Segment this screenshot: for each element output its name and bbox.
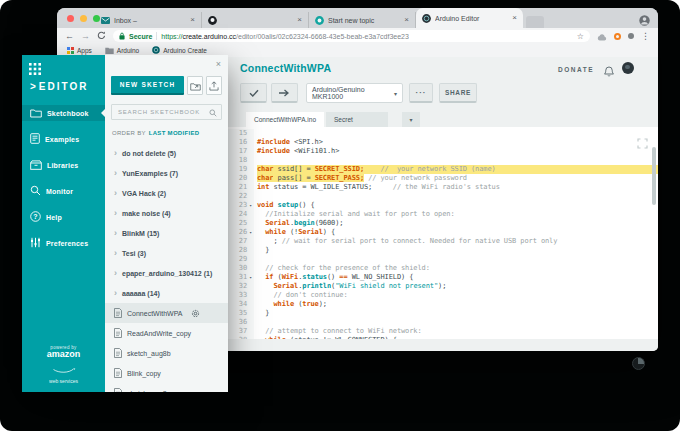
close-panel-icon[interactable]: × <box>216 60 221 69</box>
forward-icon[interactable]: → <box>81 32 90 41</box>
sidebar-item-examples[interactable]: Examples <box>22 131 105 147</box>
extension-cloud-icon[interactable] <box>597 27 607 45</box>
sketch-list-item[interactable]: ReadAndWrite_copy <box>105 323 228 343</box>
browser-tab[interactable]: Inbox –× <box>95 12 202 28</box>
sidebar-item-preferences[interactable]: Preferences <box>22 235 105 251</box>
code-line[interactable]: 19char ssid[] = SECRET_SSID; // your net… <box>228 165 658 174</box>
code-line[interactable]: 22 <box>228 192 658 201</box>
code-line[interactable]: 27 ; // wait for serial port to connect.… <box>228 237 658 246</box>
sketch-list-item[interactable]: ›aaaaaa (14) <box>105 283 228 303</box>
code-line[interactable]: 15 <box>228 129 658 138</box>
sketch-list-item[interactable]: ›YunExamples (7) <box>105 163 228 183</box>
sketch-file-icon <box>114 348 122 359</box>
browser-profile-icon[interactable] <box>639 12 650 30</box>
code-line[interactable]: 24 //Initialize serial and wait for port… <box>228 210 658 219</box>
upload-sketch-button[interactable] <box>206 76 222 95</box>
sketchbook-search[interactable] <box>111 104 222 120</box>
verify-button[interactable] <box>240 83 267 103</box>
sketch-list-item[interactable]: ›BlinkM (15) <box>105 223 228 243</box>
sketch-name: aaaaaa (14) <box>122 290 160 297</box>
code-line[interactable]: 36 <box>228 318 658 327</box>
bookmark-item[interactable]: Arduino <box>105 47 139 55</box>
code-line[interactable]: 31▾ if (WiFi.status() == WL_NO_SHIELD) { <box>228 273 658 282</box>
code-line[interactable]: 23▾void setup() { <box>228 201 658 210</box>
bookmark-item[interactable]: Arduino Create <box>152 46 207 55</box>
browser-tab[interactable]: × <box>202 12 309 28</box>
code-line[interactable]: 29 <box>228 255 658 264</box>
sketch-list-item[interactable]: ›epaper_arduino_130412 (1) <box>105 263 228 283</box>
extension-gray-icon[interactable] <box>628 33 634 39</box>
gear-icon[interactable] <box>191 309 200 318</box>
new-sketch-button[interactable]: NEW SKETCH <box>111 76 184 95</box>
code-line[interactable]: 26▾ while (!Serial) { <box>228 228 658 237</box>
more-options-button[interactable]: ··· <box>409 83 433 103</box>
tab-connectwithwpa-ino[interactable]: ConnectWithWPA.ino <box>246 112 324 127</box>
code-line[interactable]: 18 <box>228 156 658 165</box>
sketch-list-item[interactable]: ›VGA Hack (2) <box>105 183 228 203</box>
code-line[interactable]: 38 while (status != WL_CONNECTED) { <box>228 336 658 339</box>
sketch-list-item[interactable]: Blink_copy <box>105 363 228 383</box>
notifications-bell-icon[interactable] <box>604 63 614 81</box>
close-window-button[interactable] <box>67 15 74 22</box>
browser-tab[interactable]: Arduino Editor× <box>416 8 523 28</box>
share-button[interactable]: SHARE <box>439 83 477 103</box>
tab-close-icon[interactable]: × <box>190 16 195 24</box>
sketch-list-item[interactable]: ›Tesi (3) <box>105 243 228 263</box>
address-bar[interactable]: Secure https://create.arduino.cc/editor/… <box>113 30 590 42</box>
sketch-list-item[interactable]: ›make noise (4) <box>105 203 228 223</box>
tab-close-icon[interactable]: × <box>404 16 409 24</box>
code-line[interactable]: 17#include <WiFi101.h> <box>228 147 658 156</box>
sidebar-item-libraries[interactable]: Libraries <box>22 157 105 173</box>
browser-tab[interactable]: Start new topic× <box>309 12 416 28</box>
code-line[interactable]: 16#include <SPI.h> <box>228 138 658 147</box>
reload-icon[interactable] <box>97 31 106 42</box>
search-input[interactable] <box>116 108 209 116</box>
upload-button[interactable] <box>271 83 298 103</box>
fold-caret-icon: ▾ <box>247 273 254 282</box>
import-sketch-button[interactable] <box>187 76 203 95</box>
line-number: 18 <box>228 156 254 165</box>
minimize-window-button[interactable] <box>80 15 87 22</box>
code-line[interactable]: 28 } <box>228 246 658 255</box>
file-tabs-dropdown-button[interactable]: ▾ <box>402 112 420 127</box>
code-line[interactable]: 25 Serial.begin(9600); <box>228 219 658 228</box>
donate-link[interactable]: DONATE <box>558 66 594 73</box>
order-by-control[interactable]: ORDER BYLAST MODIFIED <box>112 130 199 136</box>
new-tab-button[interactable] <box>526 16 544 28</box>
chevron-right-icon: › <box>114 269 117 278</box>
code-line[interactable]: 34 while (true); <box>228 300 658 309</box>
code-line[interactable]: 20char pass[] = SECRET_PASS; // your net… <box>228 174 658 183</box>
code-line[interactable]: 35 } <box>228 309 658 318</box>
sidebar-item-help[interactable]: ?Help <box>22 209 105 225</box>
bookmark-item[interactable]: Apps <box>67 47 92 55</box>
sketch-list-item[interactable]: sketch_aug8c <box>105 383 228 392</box>
code-line[interactable]: 33 // don't continue: <box>228 291 658 300</box>
expand-editor-icon[interactable] <box>637 135 648 153</box>
board-selector[interactable]: Arduino/Genuino MKR1000 ▾ <box>306 83 403 103</box>
sketch-name: sketch_aug8b <box>127 350 171 357</box>
apps-grid-icon[interactable] <box>29 61 41 79</box>
sketch-list-item[interactable]: sketch_aug8b <box>105 343 228 363</box>
code-editor[interactable]: 1516#include <SPI.h>17#include <WiFi101.… <box>228 127 658 339</box>
bookmark-star-icon[interactable]: ☆ <box>577 32 584 41</box>
extension-orange-icon[interactable] <box>614 33 621 40</box>
sidebar-item-monitor[interactable]: Monitor <box>22 183 105 199</box>
sketch-title: ConnectWithWPA <box>240 62 331 74</box>
user-avatar[interactable] <box>622 62 634 74</box>
tab-close-icon[interactable]: × <box>512 14 517 22</box>
sketch-name: Tesi (3) <box>122 250 146 257</box>
sketch-list-item[interactable]: ›do not delete (5) <box>105 143 228 163</box>
tab-secret[interactable]: Secret <box>326 112 388 127</box>
back-icon[interactable]: ← <box>65 32 74 41</box>
editor-scrollbar[interactable] <box>652 147 656 205</box>
chevron-right-icon: › <box>114 229 117 238</box>
code-line[interactable]: 21int status = WL_IDLE_STATUS; // the Wi… <box>228 183 658 192</box>
code-line[interactable]: 30 // check for the presence of the shie… <box>228 264 658 273</box>
sketch-list-item[interactable]: ConnectWithWPA <box>105 303 228 323</box>
code-line[interactable]: 32 Serial.println("WiFi shield not prese… <box>228 282 658 291</box>
code-line[interactable]: 37 // attempt to connect to WiFi network… <box>228 327 658 336</box>
sidebar-item-sketchbook[interactable]: Sketchbook <box>22 105 105 121</box>
browser-menu-icon[interactable]: ⋮ <box>641 31 650 41</box>
tab-close-icon[interactable]: × <box>297 16 302 24</box>
line-number: 25 <box>228 219 254 228</box>
